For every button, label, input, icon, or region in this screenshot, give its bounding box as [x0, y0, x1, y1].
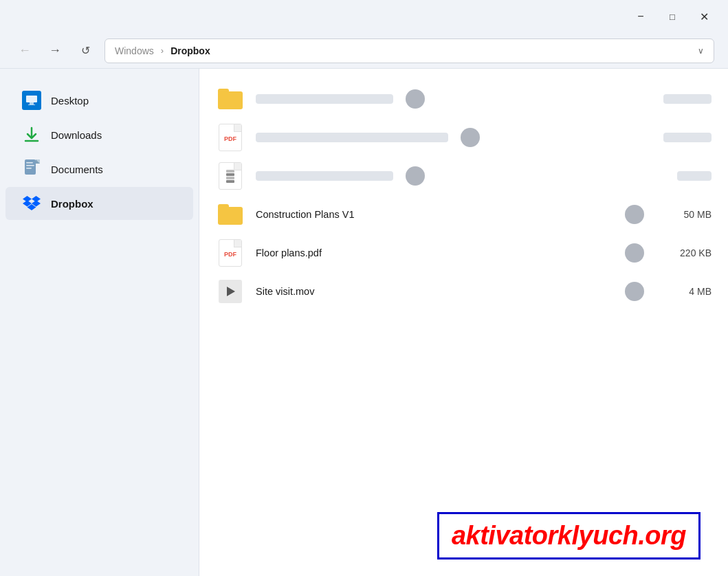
pdf-label: PDF	[224, 135, 236, 142]
sidebar-item-documents[interactable]: Documents	[5, 153, 193, 186]
svg-rect-10	[36, 159, 40, 164]
file-name: Floor plans.pdf	[256, 247, 613, 258]
svg-rect-2	[28, 104, 35, 105]
file-size: 50 MB	[657, 209, 712, 220]
file-size-blurred	[663, 94, 712, 104]
address-windows: Windows	[115, 45, 154, 56]
zip-stripe	[226, 180, 234, 183]
maximize-button[interactable]: □	[657, 5, 688, 27]
zip-stripe	[226, 170, 234, 173]
file-name: Site visit.mov	[256, 286, 613, 297]
documents-icon	[22, 159, 41, 179]
cloud-status	[404, 165, 426, 187]
svg-rect-6	[26, 162, 33, 164]
pdf-label: PDF	[224, 251, 236, 258]
video-icon-wrap	[216, 277, 245, 306]
svg-rect-0	[26, 96, 37, 102]
zip-stripe	[226, 173, 234, 176]
table-row[interactable]	[199, 80, 728, 118]
address-dropbox: Dropbox	[170, 45, 210, 56]
file-size-blurred	[663, 133, 712, 142]
file-name: Construction Plans V1	[256, 209, 613, 220]
file-name-blurred	[256, 171, 393, 181]
pdf-icon-wrap: PDF	[216, 123, 245, 152]
zip-icon	[219, 162, 242, 190]
watermark-text: aktivatorklyuch.org	[452, 521, 686, 550]
table-row[interactable]: PDF Floor plans.pdf 220 KB	[199, 234, 728, 272]
cloud-status	[624, 280, 646, 302]
video-icon	[219, 280, 242, 303]
cloud-icon	[406, 166, 425, 186]
folder-icon	[218, 89, 243, 109]
sidebar: Desktop Downloads	[0, 69, 199, 576]
address-chevron-icon: ∨	[698, 46, 704, 56]
downloads-icon	[22, 125, 41, 144]
zip-stripe	[226, 177, 234, 179]
file-list: PDF	[199, 69, 728, 576]
cloud-status	[624, 203, 646, 225]
pdf-icon: PDF	[219, 124, 242, 151]
watermark: aktivatorklyuch.org	[437, 512, 701, 560]
sidebar-item-dropbox[interactable]: Dropbox	[5, 187, 193, 220]
dropbox-icon	[22, 194, 41, 213]
sidebar-item-downloads[interactable]: Downloads	[5, 118, 193, 151]
table-row[interactable]: Site visit.mov 4 MB	[199, 272, 728, 311]
cloud-status	[624, 242, 646, 264]
cloud-icon	[406, 89, 425, 109]
pdf-icon-wrap: PDF	[216, 239, 245, 267]
cloud-icon	[625, 205, 644, 224]
svg-rect-7	[26, 165, 34, 166]
file-size-blurred	[677, 171, 712, 181]
sidebar-item-documents-label: Documents	[51, 164, 103, 175]
svg-rect-1	[30, 102, 34, 104]
svg-rect-5	[25, 159, 36, 175]
cloud-status	[404, 88, 426, 110]
close-button[interactable]: ✕	[688, 5, 720, 27]
sidebar-item-downloads-label: Downloads	[51, 129, 102, 141]
nav-bar: ← → ↺ Windows › Dropbox ∨	[0, 33, 728, 69]
folder-icon-wrap	[216, 200, 245, 229]
file-name-blurred	[256, 94, 393, 104]
refresh-button[interactable]: ↺	[74, 40, 96, 62]
cloud-icon	[625, 282, 644, 301]
folder-icon	[218, 204, 243, 225]
file-size: 4 MB	[657, 286, 712, 297]
svg-rect-8	[26, 168, 32, 169]
table-row[interactable]: Construction Plans V1 50 MB	[199, 195, 728, 234]
address-separator: ›	[161, 45, 164, 56]
cloud-icon	[461, 128, 480, 147]
sidebar-item-desktop-label: Desktop	[51, 95, 89, 107]
cloud-icon	[625, 243, 644, 263]
address-bar[interactable]: Windows › Dropbox ∨	[104, 38, 714, 63]
file-name-blurred	[256, 133, 448, 142]
title-bar: − □ ✕	[0, 0, 728, 33]
minimize-button[interactable]: −	[625, 5, 657, 27]
folder-icon-wrap	[216, 85, 245, 113]
sidebar-item-desktop[interactable]: Desktop	[5, 84, 193, 117]
file-size: 220 KB	[657, 247, 712, 258]
table-row[interactable]: PDF	[199, 118, 728, 157]
desktop-icon	[22, 91, 41, 110]
zip-icon-wrap	[216, 162, 245, 190]
sidebar-item-dropbox-label: Dropbox	[51, 198, 93, 210]
table-row[interactable]	[199, 157, 728, 195]
cloud-status	[459, 126, 481, 148]
pdf-icon: PDF	[219, 239, 242, 267]
play-icon	[227, 287, 235, 296]
main-area: Desktop Downloads	[0, 69, 728, 576]
back-button[interactable]: ←	[14, 40, 36, 62]
forward-button[interactable]: →	[44, 40, 66, 62]
